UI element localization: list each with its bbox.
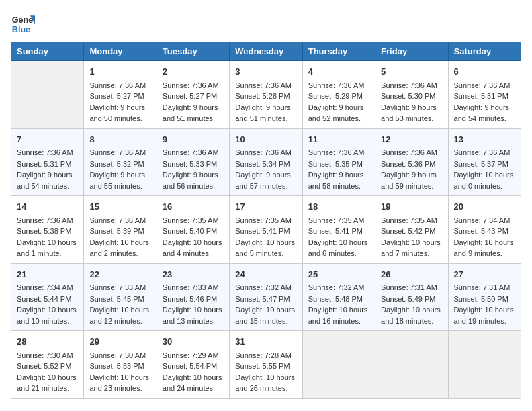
day-info: Daylight: 9 hours [381, 169, 442, 181]
calendar-cell: 12Sunrise: 7:36 AMSunset: 5:36 PMDayligh… [375, 128, 448, 196]
calendar-cell: 21Sunrise: 7:34 AMSunset: 5:44 PMDayligh… [11, 263, 84, 331]
day-number: 2 [163, 65, 224, 79]
day-number: 27 [454, 268, 515, 281]
calendar-cell: 11Sunrise: 7:36 AMSunset: 5:35 PMDayligh… [302, 128, 375, 196]
day-info: Daylight: 9 hours [235, 102, 296, 113]
day-info: Sunset: 5:42 PM [381, 226, 442, 237]
day-number: 22 [89, 268, 150, 281]
day-number: 29 [89, 335, 150, 349]
day-info: and 53 minutes. [381, 113, 442, 124]
day-info: Sunset: 5:47 PM [235, 293, 296, 305]
day-info: Daylight: 10 hours [89, 304, 150, 316]
day-info: Daylight: 9 hours [235, 169, 296, 181]
day-info: Daylight: 9 hours [308, 102, 369, 113]
day-number: 14 [17, 200, 78, 214]
day-info: and 51 minutes. [163, 113, 224, 124]
day-info: Sunset: 5:35 PM [308, 158, 369, 170]
day-info: Daylight: 10 hours [89, 237, 150, 248]
day-info: and 19 minutes. [454, 316, 515, 327]
day-info: Sunrise: 7:36 AM [17, 215, 78, 226]
day-info: Daylight: 9 hours [163, 102, 224, 113]
day-number: 9 [163, 133, 224, 146]
day-number: 10 [235, 133, 296, 146]
day-info: Sunrise: 7:36 AM [454, 147, 515, 158]
day-info: and 7 minutes. [381, 248, 442, 259]
day-info: Sunset: 5:39 PM [89, 226, 150, 237]
day-number: 12 [381, 133, 442, 146]
calendar-cell: 18Sunrise: 7:35 AMSunset: 5:41 PMDayligh… [302, 196, 375, 264]
day-info: Sunset: 5:29 PM [308, 91, 369, 102]
day-number: 4 [308, 65, 369, 79]
calendar-cell: 24Sunrise: 7:32 AMSunset: 5:47 PMDayligh… [230, 263, 302, 331]
calendar-cell: 25Sunrise: 7:32 AMSunset: 5:48 PMDayligh… [302, 263, 375, 331]
col-header-tuesday: Tuesday [157, 42, 229, 61]
col-header-wednesday: Wednesday [230, 42, 302, 61]
day-info: Sunrise: 7:36 AM [163, 80, 224, 91]
calendar-cell: 22Sunrise: 7:33 AMSunset: 5:45 PMDayligh… [84, 263, 157, 331]
day-info: Daylight: 10 hours [17, 304, 78, 316]
calendar-cell [302, 331, 375, 399]
day-info: Sunrise: 7:30 AM [17, 350, 78, 361]
day-info: Sunrise: 7:36 AM [17, 147, 78, 158]
calendar-cell: 2Sunrise: 7:36 AMSunset: 5:27 PMDaylight… [157, 61, 229, 129]
day-info: Daylight: 10 hours [454, 169, 515, 181]
day-info: Sunset: 5:46 PM [163, 293, 224, 305]
day-info: and 24 minutes. [163, 383, 224, 394]
day-number: 23 [163, 268, 224, 281]
day-info: Sunset: 5:27 PM [89, 91, 150, 102]
day-info: Sunset: 5:52 PM [17, 361, 78, 372]
logo: General Blue [11, 11, 35, 35]
day-info: Sunset: 5:49 PM [381, 293, 442, 305]
day-number: 19 [381, 200, 442, 214]
day-info: and 5 minutes. [235, 248, 296, 259]
day-info: and 26 minutes. [235, 383, 296, 394]
day-number: 6 [454, 65, 515, 79]
day-info: and 0 minutes. [454, 181, 515, 192]
calendar-cell: 20Sunrise: 7:34 AMSunset: 5:43 PMDayligh… [448, 196, 521, 264]
day-info: and 4 minutes. [163, 248, 224, 259]
calendar-cell: 31Sunrise: 7:28 AMSunset: 5:55 PMDayligh… [230, 331, 302, 399]
day-info: Sunrise: 7:31 AM [381, 282, 442, 293]
day-info: Sunset: 5:31 PM [17, 158, 78, 170]
day-info: Sunrise: 7:30 AM [89, 350, 150, 361]
day-info: Sunset: 5:48 PM [308, 293, 369, 305]
day-number: 31 [235, 335, 296, 349]
calendar-cell: 30Sunrise: 7:29 AMSunset: 5:54 PMDayligh… [157, 331, 229, 399]
day-info: Sunset: 5:43 PM [454, 226, 515, 237]
calendar-cell: 29Sunrise: 7:30 AMSunset: 5:53 PMDayligh… [84, 331, 157, 399]
day-info: and 18 minutes. [381, 316, 442, 327]
day-info: Sunrise: 7:36 AM [454, 80, 515, 91]
day-number: 8 [89, 133, 150, 146]
calendar-cell: 19Sunrise: 7:35 AMSunset: 5:42 PMDayligh… [375, 196, 448, 264]
day-info: Sunset: 5:41 PM [235, 226, 296, 237]
calendar-cell: 4Sunrise: 7:36 AMSunset: 5:29 PMDaylight… [302, 61, 375, 129]
day-info: and 58 minutes. [308, 181, 369, 192]
day-info: Sunrise: 7:33 AM [163, 282, 224, 293]
day-info: Sunrise: 7:36 AM [381, 80, 442, 91]
calendar-cell: 9Sunrise: 7:36 AMSunset: 5:33 PMDaylight… [157, 128, 229, 196]
day-info: Daylight: 10 hours [17, 237, 78, 248]
day-info: Sunset: 5:50 PM [454, 293, 515, 305]
day-info: Daylight: 9 hours [89, 169, 150, 181]
day-info: and 50 minutes. [89, 113, 150, 124]
day-info: Sunrise: 7:35 AM [235, 215, 296, 226]
day-info: Daylight: 9 hours [17, 169, 78, 181]
day-info: Sunset: 5:37 PM [454, 158, 515, 170]
day-info: Sunrise: 7:29 AM [163, 350, 224, 361]
day-info: and 59 minutes. [381, 181, 442, 192]
day-info: Sunset: 5:41 PM [308, 226, 369, 237]
day-number: 28 [17, 335, 78, 349]
calendar-cell: 13Sunrise: 7:36 AMSunset: 5:37 PMDayligh… [448, 128, 521, 196]
day-info: Sunset: 5:55 PM [235, 361, 296, 372]
day-info: Daylight: 10 hours [308, 237, 369, 248]
calendar-table: SundayMondayTuesdayWednesdayThursdayFrid… [11, 42, 521, 399]
day-number: 25 [308, 268, 369, 281]
day-info: Sunrise: 7:36 AM [89, 80, 150, 91]
day-info: Sunrise: 7:36 AM [163, 147, 224, 158]
day-number: 5 [381, 65, 442, 79]
day-info: and 23 minutes. [89, 383, 150, 394]
day-info: Daylight: 10 hours [17, 372, 78, 383]
day-info: Sunset: 5:45 PM [89, 293, 150, 305]
day-info: and 21 minutes. [17, 383, 78, 394]
calendar-cell: 14Sunrise: 7:36 AMSunset: 5:38 PMDayligh… [11, 196, 84, 264]
